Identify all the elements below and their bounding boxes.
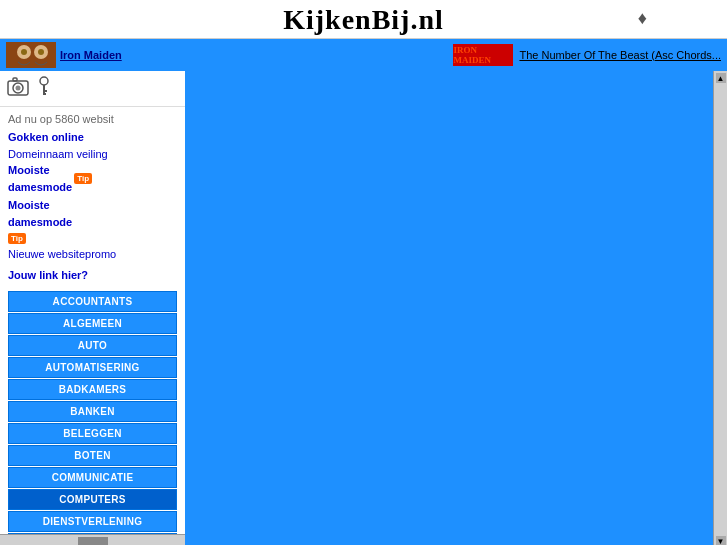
site-title: KijkenBij.nl <box>283 4 444 35</box>
right-vscroll[interactable]: ▲ ▼ <box>713 71 727 545</box>
sidebar-link-gokken[interactable]: Gokken online <box>8 129 177 146</box>
iron-maiden-logo: IRON MAIDEN <box>453 44 513 66</box>
sidebar-link-dames2-a[interactable]: Mooistedamesmode <box>8 197 177 230</box>
category-item-communicatie[interactable]: COMMUNICATIE <box>8 467 177 488</box>
sidebar-link-dames1: Mooistedamesmode Tip <box>8 162 92 195</box>
number-of-beast-link[interactable]: The Number Of The Beast (Asc Chords... <box>519 49 721 61</box>
sidebar-top-icons <box>0 71 185 107</box>
category-item-automatisering[interactable]: AUTOMATISERING <box>8 357 177 378</box>
sidebar-content: Ad nu op 5860 websit Gokken online Domei… <box>0 107 185 534</box>
svg-rect-12 <box>43 93 46 95</box>
sidebar-scroll-area[interactable]: Ad nu op 5860 websit Gokken online Domei… <box>0 107 185 534</box>
ad-icon <box>6 75 30 102</box>
right-vscroll-up[interactable]: ▲ <box>716 73 726 83</box>
iron-maiden-link[interactable]: Iron Maiden <box>60 49 122 61</box>
key-icon: ♦ <box>638 8 647 29</box>
category-item-badkamers[interactable]: BADKAMERS <box>8 379 177 400</box>
category-item-auto[interactable]: AUTO <box>8 335 177 356</box>
sidebar-link-websitepromo[interactable]: Nieuwe websitepromo <box>8 246 177 263</box>
category-item-dienstverlening[interactable]: DIENSTVERLENING <box>8 511 177 532</box>
banner-row: Iron Maiden IRON MAIDEN The Number Of Th… <box>0 39 727 71</box>
banner-right: IRON MAIDEN The Number Of The Beast (Asc… <box>453 44 721 66</box>
category-item-accountants[interactable]: ACCOUNTANTS <box>8 291 177 312</box>
svg-rect-8 <box>13 78 17 81</box>
sidebar-icons <box>6 75 52 102</box>
svg-rect-11 <box>43 90 47 92</box>
svg-point-4 <box>38 49 44 55</box>
site-header: KijkenBij.nl ♦ <box>0 0 727 39</box>
tip-badge-1: Tip <box>74 173 92 184</box>
svg-point-3 <box>21 49 27 55</box>
sidebar-hscroll-thumb[interactable] <box>78 537 108 546</box>
category-item-beleggen[interactable]: BELEGGEN <box>8 423 177 444</box>
category-item-boten[interactable]: BOTEN <box>8 445 177 466</box>
banner-left: Iron Maiden <box>6 42 122 68</box>
category-item-computers[interactable]: COMPUTERS <box>8 489 177 510</box>
category-item-banken[interactable]: BANKEN <box>8 401 177 422</box>
content-area: ▲ ▼ <box>185 71 727 545</box>
svg-point-7 <box>16 86 21 91</box>
ad-count: Ad nu op 5860 websit <box>8 113 177 125</box>
category-nav: ACCOUNTANTSALGEMEENAUTOAUTOMATISERINGBAD… <box>8 291 177 534</box>
svg-point-9 <box>40 77 48 85</box>
right-vscroll-down[interactable]: ▼ <box>716 536 726 545</box>
iron-maiden-thumbnail <box>6 42 56 68</box>
main-layout: Ad nu op 5860 websit Gokken online Domei… <box>0 71 727 545</box>
svg-rect-0 <box>6 42 56 68</box>
category-item-algemeen[interactable]: ALGEMEEN <box>8 313 177 334</box>
tip-badge-2: Tip <box>8 233 26 244</box>
sidebar-hscroll[interactable] <box>0 534 185 545</box>
sidebar-link-domein[interactable]: Domeinnaam veiling <box>8 146 177 163</box>
sidebar: Ad nu op 5860 websit Gokken online Domei… <box>0 71 185 545</box>
sidebar-link-jouw[interactable]: Jouw link hier? <box>8 267 177 284</box>
sidebar-link-dames2: Mooistedamesmode Tip <box>8 197 177 244</box>
key-icon-sidebar <box>36 76 52 102</box>
sidebar-link-dames1-a[interactable]: Mooistedamesmode <box>8 162 72 195</box>
main-content <box>185 71 713 545</box>
